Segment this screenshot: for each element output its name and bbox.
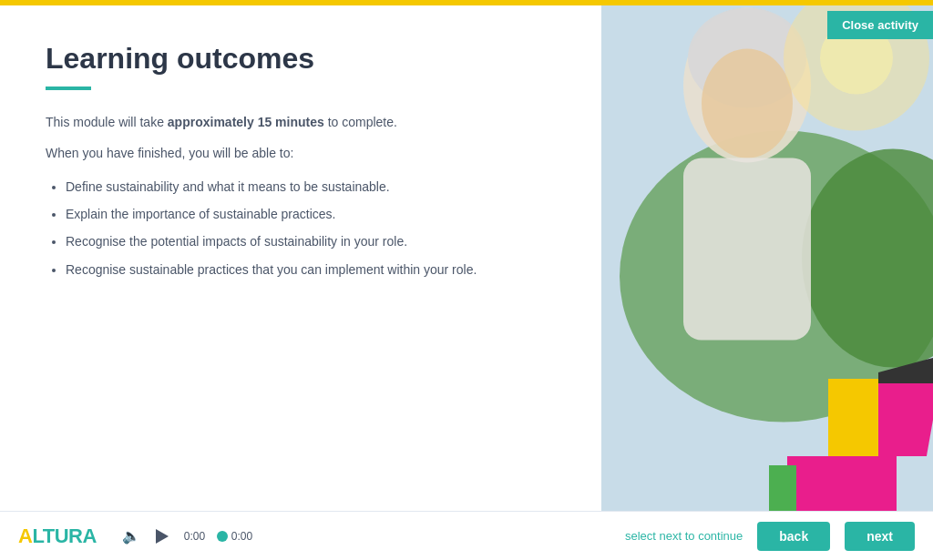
svg-rect-6 bbox=[683, 158, 811, 341]
logo-ltura: LTURA bbox=[32, 524, 96, 547]
bullet-list: Define sustainability and what it means … bbox=[46, 177, 556, 288]
intro-text: This module will take approximately 15 m… bbox=[46, 112, 556, 132]
play-triangle-icon bbox=[156, 529, 169, 544]
current-time: 0:00 bbox=[184, 530, 213, 543]
bullet-item-4: Recognise sustainable practices that you… bbox=[66, 260, 556, 280]
left-panel: Learning outcomes This module will take … bbox=[0, 5, 601, 560]
bullet-item-3: Recognise the potential impacts of susta… bbox=[66, 231, 556, 251]
main-container: Learning outcomes This module will take … bbox=[0, 0, 933, 560]
geometric-shapes bbox=[769, 329, 933, 511]
back-button[interactable]: back bbox=[757, 522, 830, 551]
next-button[interactable]: next bbox=[845, 522, 915, 551]
teal-divider bbox=[46, 87, 91, 90]
select-next-hint: select next to continue bbox=[625, 529, 743, 543]
close-activity-button[interactable]: Close activity bbox=[827, 11, 933, 39]
bullet-item-2: Explain the importance of sustainable pr… bbox=[66, 204, 556, 224]
bottom-bar: ALTURA 🔈 0:00 0:00 select next to contin… bbox=[0, 511, 933, 560]
page-heading: Learning outcomes bbox=[46, 42, 556, 76]
play-button[interactable] bbox=[149, 524, 175, 549]
svg-point-5 bbox=[702, 49, 793, 158]
altura-logo: ALTURA bbox=[18, 524, 97, 548]
top-yellow-bar bbox=[0, 0, 933, 5]
progress-dot bbox=[217, 531, 228, 542]
geo-magenta-2 bbox=[787, 456, 897, 511]
right-panel: Close activity bbox=[601, 5, 933, 560]
bold-time: approximately 15 minutes bbox=[168, 115, 324, 129]
nav-right: select next to continue back next bbox=[625, 522, 915, 551]
hero-image bbox=[601, 5, 933, 511]
audio-controls: 🔈 0:00 0:00 bbox=[122, 524, 252, 549]
subheading: When you have finished, you will be able… bbox=[46, 143, 556, 163]
geo-yellow bbox=[828, 379, 878, 461]
volume-icon[interactable]: 🔈 bbox=[122, 527, 140, 545]
geo-green bbox=[769, 465, 796, 511]
bullet-item-1: Define sustainability and what it means … bbox=[66, 177, 556, 197]
logo-a: A bbox=[18, 524, 32, 547]
end-time: 0:00 bbox=[231, 530, 252, 543]
